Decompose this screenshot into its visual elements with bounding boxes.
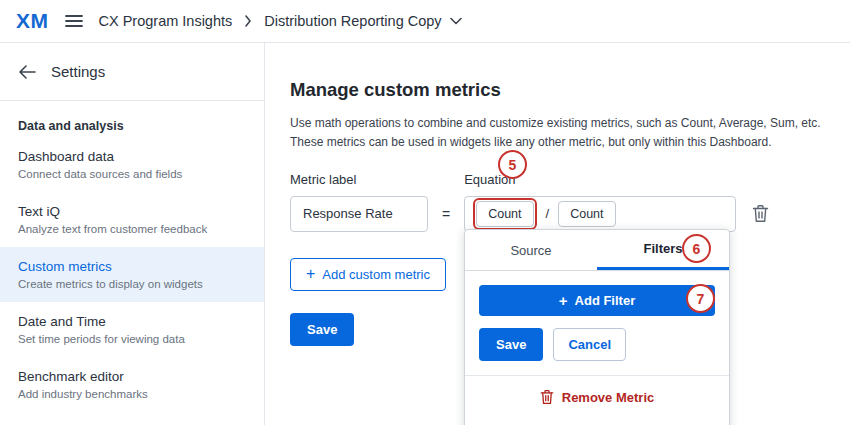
add-filter-button[interactable]: + Add Filter [479, 285, 715, 316]
sidebar-section-title: Data and analysis [0, 101, 264, 137]
topbar: XM CX Program Insights Distribution Repo… [0, 0, 850, 43]
metric-editor-row: Metric label = Equation Count / Count [290, 172, 838, 232]
xm-logo: XM [16, 9, 49, 33]
chevron-down-icon [450, 17, 462, 25]
trash-icon-red [540, 389, 554, 405]
sidebar-item-benchmark-editor[interactable]: Benchmark editor Add industry benchmarks [0, 357, 264, 412]
back-to-settings-button[interactable]: Settings [0, 43, 264, 100]
breadcrumb: CX Program Insights Distribution Reporti… [99, 13, 462, 29]
sidebar-item-date-and-time[interactable]: Date and Time Set time periods for viewi… [0, 302, 264, 357]
sidebar-item-label: Benchmark editor [18, 369, 246, 384]
sidebar-item-dashboard-data[interactable]: Dashboard data Connect data sources and … [0, 137, 264, 192]
page-title: Manage custom metrics [290, 79, 838, 101]
add-filter-label: Add Filter [575, 293, 636, 308]
settings-label: Settings [51, 63, 105, 80]
metric-label-column: Metric label [290, 172, 428, 232]
hamburger-menu-icon[interactable] [65, 14, 83, 28]
sidebar-item-subtitle: Create metrics to display on widgets [18, 278, 246, 290]
page-description-line1: Use math operations to combine and custo… [290, 114, 838, 133]
sidebar-item-subtitle: Set time periods for viewing data [18, 333, 246, 345]
sidebar-item-label: Text iQ [18, 204, 246, 219]
breadcrumb-current[interactable]: Distribution Reporting Copy [264, 13, 461, 29]
breadcrumb-parent[interactable]: CX Program Insights [99, 13, 233, 29]
division-operator: / [546, 206, 550, 221]
trash-icon [752, 204, 769, 223]
equation-operand-2-button[interactable]: Count [558, 201, 615, 227]
popup-action-buttons: Save Cancel [479, 328, 715, 361]
sidebar-item-subtitle: Analyze text from customer feedback [18, 223, 246, 235]
plus-icon: + [306, 267, 315, 281]
settings-sidebar: Settings Data and analysis Dashboard dat… [0, 43, 265, 425]
chevron-right-icon [244, 15, 252, 27]
equation-column: Equation Count / Count [464, 172, 736, 232]
sidebar-item-label: Custom metrics [18, 259, 246, 274]
hamburger-lines [65, 14, 83, 28]
sidebar-item-custom-metrics[interactable]: Custom metrics Create metrics to display… [0, 247, 264, 302]
save-button[interactable]: Save [290, 313, 354, 346]
page-description: Use math operations to combine and custo… [290, 114, 838, 151]
back-arrow-icon [18, 65, 36, 79]
sidebar-item-text-iq[interactable]: Text iQ Analyze text from customer feedb… [0, 192, 264, 247]
sidebar-item-subtitle: Connect data sources and fields [18, 168, 246, 180]
equals-sign: = [442, 206, 450, 232]
sidebar-item-subtitle: Add industry benchmarks [18, 388, 246, 400]
annotation-step-7: 7 [686, 284, 715, 313]
plus-icon: + [559, 294, 568, 308]
annotation-step-5: 5 [498, 150, 527, 179]
sidebar-item-label: Date and Time [18, 314, 246, 329]
popup-cancel-button[interactable]: Cancel [553, 328, 626, 361]
main-content: Manage custom metrics Use math operation… [266, 43, 850, 425]
add-custom-metric-label: Add custom metric [322, 267, 430, 282]
remove-metric-label: Remove Metric [562, 390, 654, 405]
page-description-line2: These metrics can be used in widgets lik… [290, 133, 838, 152]
metric-label-heading: Metric label [290, 172, 428, 187]
annotation-highlight-box: Count [473, 198, 536, 230]
breadcrumb-current-label: Distribution Reporting Copy [264, 13, 441, 29]
equation-operand-1-button[interactable]: Count [476, 201, 533, 227]
add-custom-metric-button[interactable]: + Add custom metric [290, 258, 446, 291]
sidebar-item-label: Dashboard data [18, 149, 246, 164]
tab-source[interactable]: Source [465, 230, 597, 270]
popup-save-button[interactable]: Save [479, 328, 543, 361]
metric-label-input[interactable] [290, 196, 428, 232]
delete-metric-button[interactable] [750, 204, 769, 232]
annotation-step-6: 6 [682, 234, 711, 263]
remove-metric-button[interactable]: Remove Metric [465, 376, 729, 418]
equation-box: Count / Count [464, 196, 736, 232]
